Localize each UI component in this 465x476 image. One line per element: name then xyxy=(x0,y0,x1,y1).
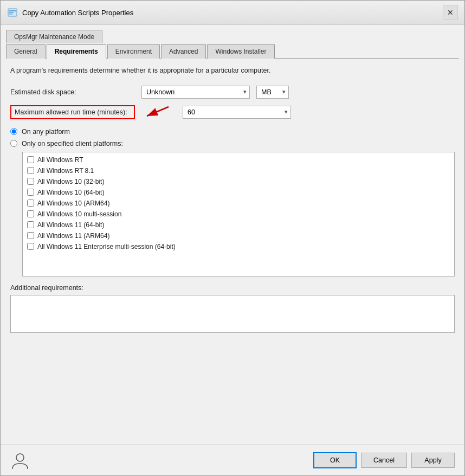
platform-checkbox-5[interactable] xyxy=(27,210,34,217)
dialog-title: Copy Automation Scripts Properties xyxy=(22,9,133,17)
platform-label-4[interactable]: All Windows 10 (ARM64) xyxy=(37,200,109,207)
platform-checkbox-7[interactable] xyxy=(27,232,34,239)
red-arrow-annotation xyxy=(141,104,174,120)
svg-rect-2 xyxy=(9,12,14,13)
platform-label-3[interactable]: All Windows 10 (64-bit) xyxy=(37,189,104,196)
additional-label: Additional requirements: xyxy=(10,284,455,292)
platform-section: On any platform Only on specified client… xyxy=(10,128,455,276)
tab-opsmgr[interactable]: OpsMgr Maintenance Mode xyxy=(6,30,102,43)
runtime-label: Maximum allowed run time (minutes): xyxy=(10,105,135,119)
unit-select-wrapper: MB GB ▾ xyxy=(256,86,289,99)
list-item: All Windows 10 (ARM64) xyxy=(23,198,454,209)
runtime-select-wrapper: 0 15 30 60 90 120 ▾ xyxy=(183,106,291,119)
user-icon xyxy=(10,451,30,470)
radio-any-platform-row: On any platform xyxy=(10,128,455,136)
additional-requirements-section: Additional requirements: xyxy=(10,284,455,335)
tab-advanced[interactable]: Advanced xyxy=(161,44,206,59)
runtime-select[interactable]: 0 15 30 60 90 120 xyxy=(183,106,291,119)
platform-label-7[interactable]: All Windows 11 (ARM64) xyxy=(37,232,109,240)
tab-row-top: OpsMgr Maintenance Mode xyxy=(6,29,459,43)
radio-specified-platform-row: Only on specified client platforms: xyxy=(10,140,455,147)
list-item: All Windows RT xyxy=(23,155,454,165)
svg-rect-1 xyxy=(9,10,16,11)
radio-specified-platform-label[interactable]: Only on specified client platforms: xyxy=(22,140,123,147)
platform-list[interactable]: All Windows RT All Windows RT 8.1 All Wi… xyxy=(22,152,455,276)
main-content: A program's requirements determine wheth… xyxy=(1,59,464,445)
footer: OK Cancel Apply xyxy=(1,445,464,475)
apply-button[interactable]: Apply xyxy=(411,453,455,468)
svg-line-5 xyxy=(147,107,169,116)
svg-point-6 xyxy=(16,454,24,461)
close-button[interactable]: ✕ xyxy=(443,5,458,20)
disk-space-row: Estimated disk space: Unknown ▾ MB GB ▾ xyxy=(10,86,455,99)
title-bar-left: Copy Automation Scripts Properties xyxy=(7,7,133,18)
radio-specified-platform[interactable] xyxy=(10,140,17,147)
platform-label-8[interactable]: All Windows 11 Enterprise multi-session … xyxy=(37,243,176,250)
platform-label-0[interactable]: All Windows RT xyxy=(37,156,83,164)
platform-checkbox-0[interactable] xyxy=(27,156,34,163)
description-text: A program's requirements determine wheth… xyxy=(10,66,455,76)
list-item: All Windows 11 Enterprise multi-session … xyxy=(23,241,454,252)
tab-general[interactable]: General xyxy=(6,44,46,59)
runtime-row: Maximum allowed run time (minutes): 0 15… xyxy=(10,104,455,120)
platform-checkbox-6[interactable] xyxy=(27,221,34,228)
list-item: All Windows RT 8.1 xyxy=(23,165,454,176)
disk-space-label: Estimated disk space: xyxy=(10,88,135,96)
platform-checkbox-8[interactable] xyxy=(27,243,34,250)
cancel-button[interactable]: Cancel xyxy=(361,453,407,468)
radio-any-platform-label[interactable]: On any platform xyxy=(22,128,70,136)
tab-environment[interactable]: Environment xyxy=(107,44,160,59)
additional-textarea[interactable] xyxy=(10,295,455,333)
disk-space-select[interactable]: Unknown xyxy=(141,86,250,99)
list-item: All Windows 10 (32-bit) xyxy=(23,176,454,187)
platform-checkbox-3[interactable] xyxy=(27,189,34,196)
tab-row-bottom: General Requirements Environment Advance… xyxy=(6,44,459,58)
platform-checkbox-4[interactable] xyxy=(27,200,34,207)
radio-any-platform[interactable] xyxy=(10,128,17,135)
list-item: All Windows 10 (64-bit) xyxy=(23,187,454,198)
ok-button[interactable]: OK xyxy=(313,452,357,468)
title-bar: Copy Automation Scripts Properties ✕ xyxy=(1,1,464,25)
tab-windows-installer[interactable]: Windows Installer xyxy=(207,44,274,59)
svg-rect-3 xyxy=(9,14,12,15)
platform-checkbox-2[interactable] xyxy=(27,178,34,185)
dialog-icon xyxy=(7,7,18,18)
list-item: All Windows 11 (ARM64) xyxy=(23,230,454,241)
dialog-window: Copy Automation Scripts Properties ✕ Ops… xyxy=(0,0,465,476)
list-item: All Windows 10 multi-session xyxy=(23,209,454,220)
unit-select[interactable]: MB GB xyxy=(256,86,289,99)
disk-space-select-wrapper: Unknown ▾ xyxy=(141,86,250,99)
footer-left xyxy=(10,451,309,470)
platform-label-2[interactable]: All Windows 10 (32-bit) xyxy=(37,178,104,185)
tab-requirements[interactable]: Requirements xyxy=(47,44,106,59)
platform-checkbox-1[interactable] xyxy=(27,167,34,174)
platform-label-1[interactable]: All Windows RT 8.1 xyxy=(37,167,94,175)
platform-label-5[interactable]: All Windows 10 multi-session xyxy=(37,210,121,218)
tabs-container: OpsMgr Maintenance Mode General Requirem… xyxy=(1,25,464,59)
list-item: All Windows 11 (64-bit) xyxy=(23,220,454,230)
platform-label-6[interactable]: All Windows 11 (64-bit) xyxy=(37,221,104,229)
